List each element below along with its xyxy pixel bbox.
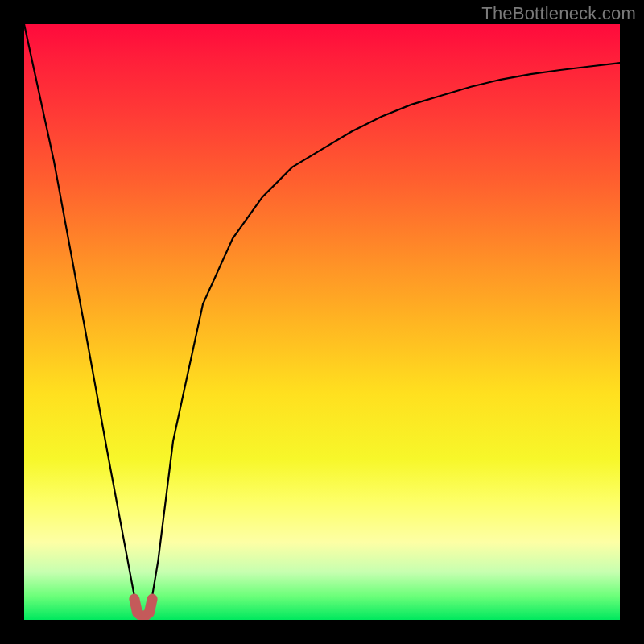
optimum-marker (134, 599, 152, 617)
watermark-text: TheBottleneck.com (481, 3, 636, 24)
plot-area (24, 24, 620, 620)
bottleneck-curve (24, 24, 620, 620)
chart-svg (24, 24, 620, 620)
chart-frame: TheBottleneck.com (0, 0, 644, 644)
